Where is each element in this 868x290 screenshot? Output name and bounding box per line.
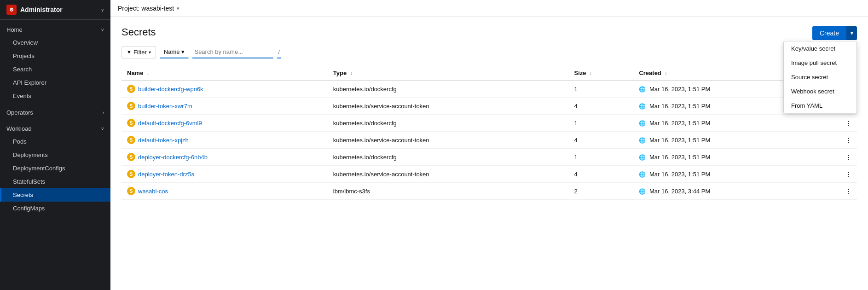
create-button[interactable]: Create [812, 26, 846, 40]
secret-link-0[interactable]: S builder-dockercfg-wpn6k [127, 85, 322, 93]
globe-icon-0: 🌐 [639, 86, 646, 93]
filter-label: Filter [133, 49, 147, 56]
sidebar-item-secrets[interactable]: Secrets [0, 188, 110, 202]
col-size: Size ↕ [569, 66, 634, 81]
globe-icon-3: 🌐 [639, 137, 646, 144]
main-content: Project: wasabi-test ▾ Secrets ▼ Filter … [110, 0, 868, 290]
cell-created-5: 🌐 Mar 16, 2023, 1:51 PM [633, 166, 818, 183]
cell-size-0: 1 [569, 81, 634, 98]
secrets-table: Name ↕ Type ↕ Size ↕ Created ↕ S builder… [122, 66, 857, 200]
workload-chevron-icon: ∨ [101, 126, 104, 131]
sidebar-header-chevron-icon: ∨ [101, 7, 104, 12]
cell-name-3: S default-token-xpjzh [122, 132, 328, 149]
table-row: S default-token-xpjzh kubernetes.io/serv… [122, 132, 857, 149]
sidebar-item-pods[interactable]: Pods [0, 135, 110, 148]
globe-icon-5: 🌐 [639, 171, 646, 178]
sidebar-title: Administrator [20, 6, 101, 13]
secret-icon-0: S [127, 85, 135, 93]
dropdown-item-webhook[interactable]: Webhook secret [784, 84, 856, 99]
secret-link-6[interactable]: S wasabi-cos [127, 187, 322, 195]
cell-name-0: S builder-dockercfg-wpn6k [122, 81, 328, 98]
cell-actions-4[interactable]: ⋮ [819, 149, 857, 166]
cell-name-4: S deployer-dockercfg-6nb4b [122, 149, 328, 166]
cell-actions-2[interactable]: ⋮ [819, 115, 857, 132]
filter-button[interactable]: ▼ Filter ▾ [122, 46, 156, 58]
cell-size-3: 4 [569, 132, 634, 149]
cell-size-4: 1 [569, 149, 634, 166]
sidebar-item-api-explorer[interactable]: API Explorer [0, 76, 110, 89]
sidebar-header[interactable]: ⚙ Administrator ∨ [0, 0, 110, 20]
filter-caret-icon: ▾ [149, 50, 151, 55]
secret-link-2[interactable]: S default-dockercfg-6vml9 [127, 119, 322, 127]
secret-icon-6: S [127, 187, 135, 195]
globe-icon-6: 🌐 [639, 188, 646, 195]
dropdown-item-source[interactable]: Source secret [784, 70, 856, 84]
sidebar-section-home[interactable]: Home ∨ [0, 20, 110, 36]
cell-created-6: 🌐 Mar 16, 2023, 3:44 PM [633, 183, 818, 200]
cell-size-6: 2 [569, 183, 634, 200]
col-type: Type ↕ [328, 66, 569, 81]
create-caret-button[interactable]: ▾ [846, 26, 857, 40]
sidebar: ⚙ Administrator ∨ Home ∨ Overview Projec… [0, 0, 110, 290]
sidebar-item-statefulsets[interactable]: StatefulSets [0, 175, 110, 188]
table-row: S builder-token-xwr7m kubernetes.io/serv… [122, 98, 857, 115]
search-input[interactable] [192, 46, 273, 58]
created-sort-icon: ↕ [665, 71, 667, 76]
project-label: Project: wasabi-test [118, 5, 174, 12]
dropdown-item-yaml[interactable]: From YAML [784, 99, 856, 113]
secret-link-4[interactable]: S deployer-dockercfg-6nb4b [127, 153, 322, 161]
project-selector[interactable]: Project: wasabi-test ▾ [118, 5, 179, 12]
globe-icon-1: 🌐 [639, 103, 646, 110]
dropdown-item-keyvalue[interactable]: Key/value secret [784, 41, 856, 56]
secret-link-1[interactable]: S builder-token-xwr7m [127, 102, 322, 110]
cell-type-1: kubernetes.io/service-account-token [328, 98, 569, 115]
secret-icon-5: S [127, 170, 135, 178]
globe-icon-4: 🌐 [639, 154, 646, 161]
cell-actions-6[interactable]: ⋮ [819, 183, 857, 200]
sidebar-item-configmaps[interactable]: ConfigMaps [0, 202, 110, 215]
cell-created-2: 🌐 Mar 16, 2023, 1:51 PM [633, 115, 818, 132]
cell-type-5: kubernetes.io/service-account-token [328, 166, 569, 183]
secret-icon-4: S [127, 153, 135, 161]
sidebar-item-search[interactable]: Search [0, 63, 110, 76]
sidebar-item-deployments[interactable]: Deployments [0, 148, 110, 162]
cell-type-2: kubernetes.io/dockercfg [328, 115, 569, 132]
table-row: S deployer-token-drz5s kubernetes.io/ser… [122, 166, 857, 183]
cell-name-5: S deployer-token-drz5s [122, 166, 328, 183]
cell-created-3: 🌐 Mar 16, 2023, 1:51 PM [633, 132, 818, 149]
cell-created-4: 🌐 Mar 16, 2023, 1:51 PM [633, 149, 818, 166]
secret-link-3[interactable]: S default-token-xpjzh [127, 136, 322, 144]
cell-type-4: kubernetes.io/dockercfg [328, 149, 569, 166]
project-caret-icon: ▾ [177, 6, 179, 12]
sidebar-item-deployment-configs[interactable]: DeploymentConfigs [0, 162, 110, 175]
cell-size-1: 4 [569, 98, 634, 115]
name-label: Name [164, 48, 180, 55]
sidebar-item-events[interactable]: Events [0, 89, 110, 103]
table-row: S builder-dockercfg-wpn6k kubernetes.io/… [122, 81, 857, 98]
content-area: Secrets ▼ Filter ▾ Name ▾ / Name ↕ Type … [110, 17, 868, 290]
sidebar-item-projects[interactable]: Projects [0, 49, 110, 63]
table-row: S default-dockercfg-6vml9 kubernetes.io/… [122, 115, 857, 132]
sidebar-section-workload[interactable]: Workload ∨ [0, 119, 110, 135]
cell-name-1: S builder-token-xwr7m [122, 98, 328, 115]
table-row: S wasabi-cos ibm/ibmc-s3fs 2 🌐 Mar 16, 2… [122, 183, 857, 200]
size-sort-icon: ↕ [590, 71, 592, 76]
sidebar-item-overview[interactable]: Overview [0, 36, 110, 49]
secret-icon-2: S [127, 119, 135, 127]
filter-icon: ▼ [127, 49, 132, 55]
name-sort-icon: ↕ [147, 71, 149, 76]
sidebar-section-operators[interactable]: Operators › [0, 103, 110, 119]
type-sort-icon: ↕ [350, 71, 353, 76]
cell-actions-3[interactable]: ⋮ [819, 132, 857, 149]
name-dropdown[interactable]: Name ▾ [160, 46, 189, 58]
cell-name-2: S default-dockercfg-6vml9 [122, 115, 328, 132]
table-row: S deployer-dockercfg-6nb4b kubernetes.io… [122, 149, 857, 166]
secret-link-5[interactable]: S deployer-token-drz5s [127, 170, 322, 178]
cell-type-6: ibm/ibmc-s3fs [328, 183, 569, 200]
search-slash: / [277, 46, 281, 58]
globe-icon-2: 🌐 [639, 120, 646, 127]
cell-actions-5[interactable]: ⋮ [819, 166, 857, 183]
dropdown-item-imagepull[interactable]: Image pull secret [784, 56, 856, 70]
name-caret-icon: ▾ [181, 48, 185, 55]
operators-chevron-icon: › [103, 110, 104, 115]
